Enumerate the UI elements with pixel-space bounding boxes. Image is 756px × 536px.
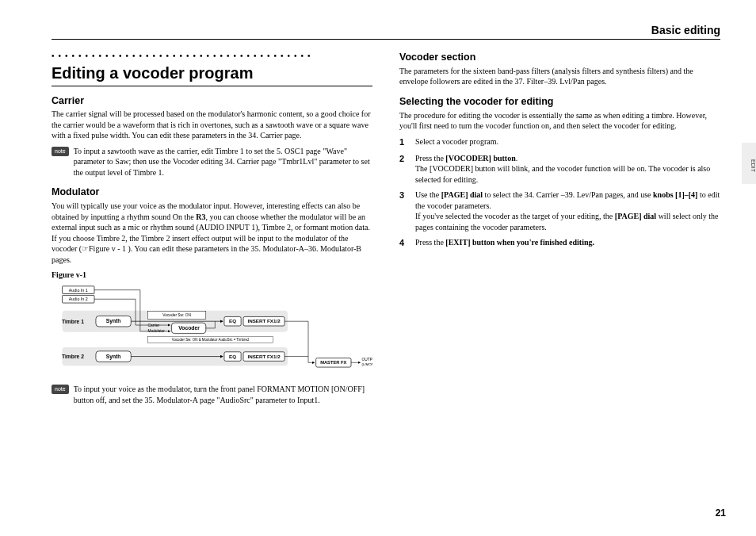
- heading-vocoder-section: Vocoder section: [399, 51, 720, 64]
- header-title: Basic editing: [52, 24, 720, 40]
- svg-text:Vocoder Sw: ON & Modulator Aud: Vocoder Sw: ON & Modulator AudioSrc = Ti…: [172, 338, 250, 342]
- note-icon: note: [52, 385, 69, 394]
- carrier-note-text: To input a sawtooth wave as the carrier,…: [74, 146, 372, 178]
- svg-text:INSERT FX1/2: INSERT FX1/2: [247, 353, 281, 358]
- left-column: ••••••••••••••••••••••••••••••••••••••• …: [52, 51, 372, 410]
- svg-text:EQ: EQ: [229, 353, 236, 358]
- carrier-note: note To input a sawtooth wave as the car…: [52, 146, 372, 178]
- note-icon: note: [52, 147, 69, 156]
- figure-title: Figure v-1: [52, 270, 372, 281]
- svg-text:Carrier: Carrier: [148, 324, 160, 327]
- heading-carrier: Carrier: [52, 94, 372, 108]
- side-tab-edit: EDIT: [742, 143, 756, 184]
- heading-modulator: Modulator: [52, 186, 372, 199]
- svg-text:Synth: Synth: [106, 318, 121, 324]
- modulator-note-text: To input your voice as the modulator, tu…: [74, 384, 372, 405]
- svg-text:INSERT FX1/2: INSERT FX1/2: [247, 318, 281, 324]
- page-number: 21: [716, 507, 726, 519]
- svg-text:Audio In 2: Audio In 2: [69, 297, 88, 301]
- steps-list: 1 Select a vocoder program. 2 Press the …: [399, 136, 720, 249]
- svg-text:MASTER FX: MASTER FX: [320, 360, 346, 365]
- list-item: 2 Press the [VOCODER] button. The [VOCOD…: [399, 153, 720, 186]
- step-number: 4: [399, 237, 409, 249]
- section-title: Editing a vocoder program: [52, 63, 372, 86]
- step-text: Select a vocoder program.: [415, 136, 498, 148]
- svg-text:Timbre 1: Timbre 1: [62, 319, 84, 324]
- list-item: 1 Select a vocoder program.: [399, 136, 720, 148]
- step-number: 3: [399, 190, 409, 232]
- figure-v1: Audio In 1 Audio In 2 Timbre 1 Synth EQ …: [52, 283, 372, 378]
- step-text: Use the [PAGE] dial to select the 34. Ca…: [415, 190, 720, 232]
- carrier-paragraph: The carrier signal will be processed bas…: [52, 109, 372, 141]
- svg-text:Timbre 2: Timbre 2: [62, 354, 84, 359]
- step-number: 1: [399, 136, 409, 148]
- right-column: Vocoder section The parameters for the s…: [399, 51, 720, 410]
- svg-text:Vocoder: Vocoder: [178, 325, 200, 331]
- svg-text:Vocoder Sw: ON: Vocoder Sw: ON: [162, 313, 191, 317]
- list-item: 3 Use the [PAGE] dial to select the 34. …: [399, 190, 720, 232]
- vocoder-section-paragraph: The parameters for the sixteen band-pass…: [399, 66, 720, 87]
- svg-text:EQ: EQ: [229, 318, 236, 324]
- svg-text:Audio In 1: Audio In 1: [69, 287, 88, 292]
- svg-text:Modulator: Modulator: [148, 328, 166, 332]
- list-item: 4 Press the [EXIT] button when you're fi…: [399, 237, 720, 249]
- step-text: Press the [EXIT] button when you're fini…: [415, 237, 594, 249]
- select-vocoder-paragraph: The procedure for editing the vocoder is…: [399, 110, 720, 132]
- modulator-paragraph: You will typically use your voice as the…: [52, 201, 372, 265]
- dotted-rule: •••••••••••••••••••••••••••••••••••••••: [52, 51, 372, 62]
- step-number: 2: [399, 153, 409, 186]
- svg-text:(L/MONO, R): (L/MONO, R): [362, 362, 373, 366]
- modulator-note: note To input your voice as the modulato…: [52, 384, 372, 405]
- step-text: Press the [VOCODER] button. The [VOCODER…: [415, 153, 720, 186]
- heading-select-vocoder: Selecting the vocoder for editing: [399, 95, 720, 109]
- svg-text:Synth: Synth: [106, 353, 121, 359]
- svg-text:OUTPUT: OUTPUT: [362, 358, 373, 362]
